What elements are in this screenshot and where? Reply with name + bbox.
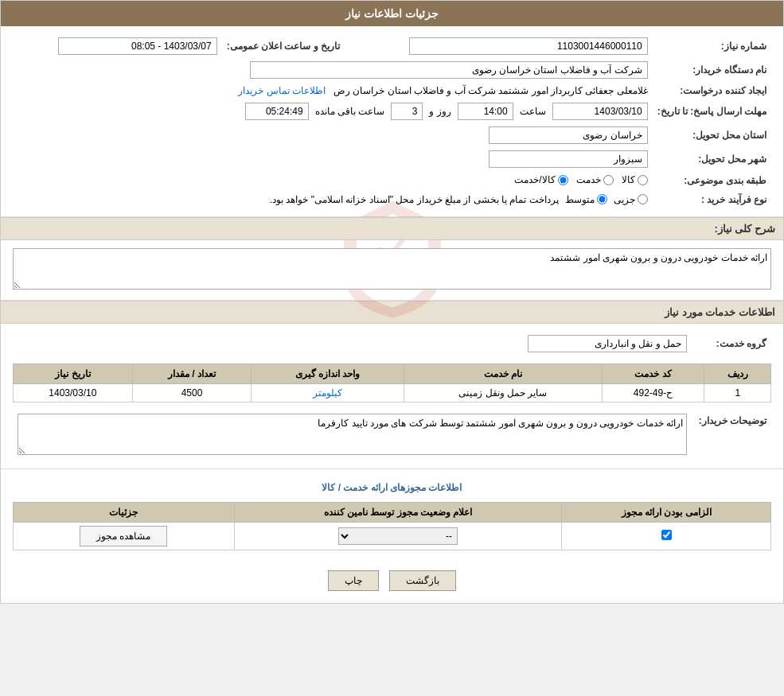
category-kala-radio[interactable] [638,175,648,185]
category-row: طبقه بندی موضوعی: کالا خدمت [13,171,771,191]
service-group-label: گروه خدمت: [692,332,771,356]
purchase-type-inline: جزیی متوسط پرداخت تمام یا بخشی از مبلغ خ… [18,194,648,205]
purchase-note: پرداخت تمام یا بخشی از مبلغ خریداز محل "… [270,194,559,205]
buyer-notes-table: توضیحات خریدار: ارائه خدمات خودرویی درون… [13,410,771,461]
col-service-name: نام خدمت [404,364,602,383]
purchase-jozi-radio[interactable] [638,194,648,204]
category-kala-label: کالا [622,174,635,185]
service-group-row: گروه خدمت: [13,332,771,356]
col-details: جزئیات [14,502,235,522]
purchase-mota-radio[interactable] [597,194,607,204]
permissions-section: اطلاعات مجوزهای ارائه خدمت / کالا الزامی… [1,469,783,558]
title-text: جزئیات اطلاعات نیاز [345,7,439,20]
deadline-remaining-input [245,103,309,120]
category-service-radio[interactable] [603,175,614,185]
deadline-remaining-label: ساعت باقی مانده [315,106,385,117]
deadline-days-label: روز و [429,106,451,117]
purchase-type-value: جزیی متوسط پرداخت تمام یا بخشی از مبلغ خ… [13,191,653,208]
province-row: استان محل تحویل: [13,123,771,147]
col-service-code: کد خدمت [602,364,704,383]
services-table-header-row: ردیف کد خدمت نام خدمت واحد اندازه گیری ت… [14,364,771,383]
purchase-mota-label: متوسط [565,194,595,205]
status-select[interactable]: -- [338,527,458,545]
category-kala-option[interactable]: کالا [622,174,648,185]
deadline-time-label: ساعت [520,106,546,117]
quantity-cell: 4500 [132,383,252,402]
buyer-notes-label: توضیحات خریدار: [692,410,771,461]
bottom-buttons: بازگشت چاپ [1,558,783,603]
required-checkbox[interactable] [661,530,672,540]
services-table-body: 1 ح-49-492 سایر حمل ونقل زمینی کیلومتر 4… [14,383,771,402]
unit-cell: کیلومتر [252,383,404,402]
category-label: طبقه بندی موضوعی: [653,171,771,191]
announce-date-label: تاریخ و ساعت اعلان عمومی: [222,34,345,58]
deadline-days-input [391,103,423,120]
content-area: شرح کلی نیاز: ارائه خدمات خودرویی درون و… [1,217,783,301]
print-button[interactable]: چاپ [328,570,379,591]
permissions-table-head: الزامی بودن ارائه مجوز اعلام وضعیت مجوز … [14,502,771,522]
back-button[interactable]: بازگشت [389,570,456,591]
purchase-type-label: نوع فرآیند خرید : [653,191,771,208]
buyer-notes-textarea: ارائه خدمات خودرویی درون و برون شهری امو… [18,414,687,455]
category-service-option[interactable]: خدمت [576,174,614,185]
view-permit-button[interactable]: مشاهده مجوز [80,526,167,546]
description-container: شرح کلی نیاز: ارائه خدمات خودرویی درون و… [1,217,783,301]
service-group-table: گروه خدمت: [13,332,771,356]
province-value [13,123,653,147]
need-number-label: شماره نیاز: [653,34,771,58]
col-quantity: تعداد / مقدار [132,364,252,383]
need-number-row: شماره نیاز: تاریخ و ساعت اعلان عمومی: [13,34,771,58]
description-textarea: ارائه خدمات خودرویی درون و برون شهری امو… [13,248,771,290]
province-label: استان محل تحویل: [653,123,771,147]
col-date: تاریخ نیاز [14,364,133,383]
row-num-cell: 1 [704,383,771,402]
description-section-header: شرح کلی نیاز: [1,217,783,240]
creator-row: ایجاد کننده درخواست: غلامعلی جعفائی کارب… [13,82,771,99]
purchase-jozi-option[interactable]: جزیی [614,194,648,205]
purchase-mota-option[interactable]: متوسط [565,194,607,205]
city-label: شهر محل تحویل: [653,147,771,171]
announce-date-input [58,37,217,55]
creator-label: ایجاد کننده درخواست: [653,82,771,99]
category-both-radio[interactable] [558,175,568,185]
province-input [489,126,648,144]
service-code-cell: ح-49-492 [602,383,704,402]
services-section-header: اطلاعات خدمات مورد نیاز [1,301,783,324]
description-section: ارائه خدمات خودرویی درون و برون شهری امو… [1,240,783,301]
deadline-time-input [458,103,513,120]
main-form-table: شماره نیاز: تاریخ و ساعت اعلان عمومی: نا… [13,34,771,208]
need-number-value [345,34,653,58]
buyer-notes-row: توضیحات خریدار: ارائه خدمات خودرویی درون… [13,410,771,461]
page-wrapper: جزئیات اطلاعات نیاز شماره نیاز: تاریخ و … [0,0,784,604]
permissions-table: الزامی بودن ارائه مجوز اعلام وضعیت مجوز … [13,502,771,550]
deadline-label: مهلت ارسال پاسخ: تا تاریخ: [653,99,771,123]
deadline-row: مهلت ارسال پاسخ: تا تاریخ: ساعت روز و سا… [13,99,771,123]
service-group-value [13,332,692,356]
col-unit: واحد اندازه گیری [252,364,404,383]
buyer-org-row: نام دستگاه خریدار: [13,58,771,82]
category-options: کالا خدمت کالا/خدمت [13,171,653,191]
page-title: جزئیات اطلاعات نیاز [1,1,783,26]
status-cell: -- [234,522,562,550]
purchase-type-row: نوع فرآیند خرید : جزیی متوسط پرداخت تمام… [13,191,771,208]
permissions-table-body: -- مشاهده مجوز [14,522,771,550]
services-table: ردیف کد خدمت نام خدمت واحد اندازه گیری ت… [13,364,771,402]
need-number-input [409,37,648,55]
services-section: گروه خدمت: ردیف کد خدمت نام خدمت واحد ان… [1,324,783,469]
city-input [489,150,648,168]
main-info-section: شماره نیاز: تاریخ و ساعت اعلان عمومی: نا… [1,26,783,217]
creator-link[interactable]: اطلاعات تماس خریدار [238,85,326,96]
service-group-input [528,335,687,352]
purchase-jozi-label: جزیی [614,194,635,205]
deadline-inline: ساعت روز و ساعت باقی مانده [18,103,648,120]
required-cell [562,522,771,550]
deadline-value: ساعت روز و ساعت باقی مانده [13,99,653,123]
deadline-date-input [552,103,648,120]
col-required: الزامی بودن ارائه مجوز [562,502,771,522]
buyer-org-label: نام دستگاه خریدار: [653,58,771,82]
category-both-option[interactable]: کالا/خدمت [514,174,568,185]
creator-text: غلامعلی جعفائی کاربرداز امور ششتمد شرکت … [333,85,648,96]
buyer-org-value [13,58,653,82]
permissions-header-row: الزامی بودن ارائه مجوز اعلام وضعیت مجوز … [14,502,771,522]
details-cell: مشاهده مجوز [14,522,235,550]
